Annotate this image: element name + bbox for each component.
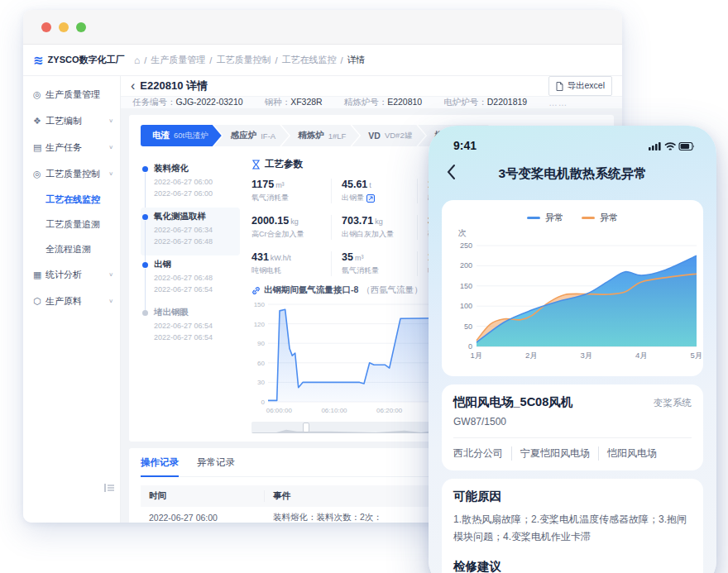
timeline-item[interactable]: 装料熔化 2022-06-27 06:00 2022-06-27 06:00 xyxy=(141,160,240,208)
export-excel-button[interactable]: 导出excel xyxy=(548,76,612,96)
svg-text:0: 0 xyxy=(468,342,472,351)
back-icon[interactable]: ‹ xyxy=(131,79,135,93)
svg-text:30: 30 xyxy=(257,379,265,386)
scrubber-handle-icon[interactable] xyxy=(303,423,309,432)
task-info-strip: 任务编号：GJG-2022-03210 钢种：XF328R 精炼炉号：E2208… xyxy=(121,96,622,108)
app-logo[interactable]: ≋ ZYSCO数字化工厂 xyxy=(23,45,121,75)
svg-text:100: 100 xyxy=(460,302,472,310)
chevron-down-icon: ∨ xyxy=(108,144,113,150)
abnormal-trend-chart: 0501001502002501月2月3月4月5月 xyxy=(453,239,703,363)
info-field-steel-grade: 钢种：XF328R xyxy=(265,97,323,108)
chevron-down-icon: ∨ xyxy=(108,170,113,176)
logo-icon: ≋ xyxy=(33,54,44,66)
param-argon: 35m³ 氩气消耗量 xyxy=(331,251,417,276)
svg-text:0: 0 xyxy=(261,399,266,406)
timeline-item[interactable]: 出钢 2022-06-27 06:48 2022-06-27 06:54 xyxy=(141,255,240,303)
device-tags: 西北分公司 宁夏恺阳风电场 恺阳风电场 xyxy=(453,446,692,461)
home-icon[interactable]: ⌂ xyxy=(134,55,140,66)
back-chevron-icon[interactable] xyxy=(447,164,456,180)
svg-text:200: 200 xyxy=(460,261,472,270)
logo-text: ZYSCO数字化工厂 xyxy=(48,54,125,66)
breadcrumb-item[interactable]: 生产质量管理 xyxy=(151,54,205,66)
tab-operation-records[interactable]: 操作记录 xyxy=(141,456,179,477)
minimize-window-icon[interactable] xyxy=(59,22,69,32)
quality-badge-icon: ◎ xyxy=(33,89,46,100)
svg-text:06:00:00: 06:00:00 xyxy=(266,407,293,414)
device-card[interactable]: 恺阳风电场_5C08风机 变桨系统 GW87/1500 西北分公司 宁夏恺阳风电… xyxy=(442,384,703,470)
app-topbar: ≋ ZYSCO数字化工厂 ⌂ / 生产质量管理 / 工艺质量控制 / 工艺在线监… xyxy=(23,45,622,76)
breadcrumb-separator: / xyxy=(144,55,146,65)
timeline-dot-icon xyxy=(142,262,148,268)
page-header: ‹ E220810 详情 导出excel xyxy=(121,76,622,96)
phone-overlay: 9:41 3号变桨电机散热系统异常 异常 xyxy=(429,126,716,573)
svg-text:150: 150 xyxy=(460,282,472,290)
step-induction-furnace[interactable]: 感应炉IF-A xyxy=(214,125,289,146)
param-tap-amount: 45.61t 出钢量 xyxy=(331,179,417,203)
trend-icon[interactable] xyxy=(366,194,375,203)
step-refining-furnace[interactable]: 精炼炉1#LF xyxy=(281,125,359,146)
svg-text:60: 60 xyxy=(257,360,265,367)
page-title: E220810 详情 xyxy=(140,79,548,93)
info-field-refining-furnace: 精炼炉号：E220810 xyxy=(344,97,423,108)
svg-text:150: 150 xyxy=(254,301,266,308)
device-system-label: 变桨系统 xyxy=(654,397,692,409)
phone-nav-bar: 3号变桨电机散热系统异常 xyxy=(429,155,716,192)
sidebar-item-process-edit[interactable]: ❖ 工艺编制 ∨ xyxy=(23,107,120,134)
info-field-electric-furnace: 电炉炉号：D2201819 xyxy=(443,97,527,108)
sidebar-item-raw-material[interactable]: ⬡ 生产原料 ∨ xyxy=(23,288,120,314)
timeline-item[interactable]: 堵出钢眼 2022-06-27 06:54 2022-06-27 06:54 xyxy=(141,303,240,351)
chevron-down-icon: ∨ xyxy=(108,298,113,303)
device-model: GW87/1500 xyxy=(453,416,692,427)
timeline-dot-icon xyxy=(142,310,148,316)
cause-body: 1.散热风扇故障；2.变桨电机温度传感器故障；3.抱闸模块问题；4.变桨电机作业… xyxy=(453,511,692,546)
tag-branch: 西北分公司 xyxy=(453,446,511,461)
step-electroslag[interactable]: 电渣60t电渣炉 xyxy=(141,125,222,146)
sidebar-item-quality-mgmt[interactable]: ◎ 生产质量管理 xyxy=(23,81,120,107)
svg-text:1月: 1月 xyxy=(471,351,483,360)
breadcrumb-item[interactable]: 工艺在线监控 xyxy=(281,54,336,66)
sidebar-item-fullprocess-trace[interactable]: 全流程追溯 xyxy=(23,236,120,261)
link-icon xyxy=(251,286,261,295)
breadcrumb-item[interactable]: 工艺质量控制 xyxy=(216,54,271,66)
svg-text:06:10:00: 06:10:00 xyxy=(321,407,347,414)
breadcrumb-separator: / xyxy=(275,55,277,65)
svg-text:90: 90 xyxy=(257,340,265,347)
tab-abnormal-records[interactable]: 异常记录 xyxy=(197,456,235,476)
legend-item[interactable]: 异常 xyxy=(527,212,563,224)
sidebar-item-quality-trace[interactable]: 工艺质量追溯 xyxy=(23,212,120,236)
event-timeline: 装料熔化 2022-06-27 06:00 2022-06-27 06:00 氧… xyxy=(141,158,240,433)
wifi-icon xyxy=(666,143,675,149)
column-time: 时间 xyxy=(141,490,265,502)
cause-title: 可能原因 xyxy=(453,489,692,504)
breadcrumb-separator: / xyxy=(209,55,212,65)
chevron-down-icon: ∨ xyxy=(108,117,113,123)
breadcrumb-current: 详情 xyxy=(347,54,366,66)
document-icon xyxy=(556,82,563,91)
sidebar-item-statistics[interactable]: ▦ 统计分析 ∨ xyxy=(23,261,120,288)
alert-title: 3号变桨电机散热系统异常 xyxy=(498,165,646,183)
legend-item[interactable]: 异常 xyxy=(582,212,618,224)
close-window-icon[interactable] xyxy=(41,22,51,32)
param-lime: 703.71kg 出钢白灰加入量 xyxy=(331,215,417,240)
status-time: 9:41 xyxy=(453,139,477,152)
status-icons xyxy=(649,141,695,151)
timeline-dot-icon xyxy=(142,214,148,220)
svg-text:3月: 3月 xyxy=(581,351,593,360)
step-vd[interactable]: VDVD#2罐 xyxy=(352,125,425,146)
sidebar-item-online-monitoring[interactable]: 工艺在线监控 xyxy=(23,187,120,212)
trend-chart-card: 异常 异常 次 0501001502002501月2月3月4月5月 xyxy=(442,200,703,376)
timeline-dot-icon xyxy=(142,166,148,172)
timeline-item[interactable]: 氧化测温取样 2022-06-27 06:34 2022-06-27 06:48 xyxy=(141,208,240,255)
maximize-window-icon[interactable] xyxy=(76,22,86,32)
suggestion-title: 检修建议 xyxy=(453,559,692,573)
sidebar-item-process-quality-control[interactable]: ◎ 工艺质量控制 ∨ xyxy=(23,160,120,187)
param-cr-alloy: 2000.15kg 高Cr合金加入量 xyxy=(251,215,331,240)
signal-icon xyxy=(649,142,661,150)
legend-dash-icon xyxy=(582,217,595,219)
column-event: 事件 xyxy=(265,490,299,502)
collapse-sidebar-icon[interactable] xyxy=(104,483,115,494)
sidebar-item-production-task[interactable]: ▤ 生产任务 ∨ xyxy=(23,134,120,160)
svg-text:120: 120 xyxy=(254,321,266,328)
divider xyxy=(453,437,692,438)
breadcrumb: ⌂ / 生产质量管理 / 工艺质量控制 / 工艺在线监控 / 详情 xyxy=(121,54,366,66)
